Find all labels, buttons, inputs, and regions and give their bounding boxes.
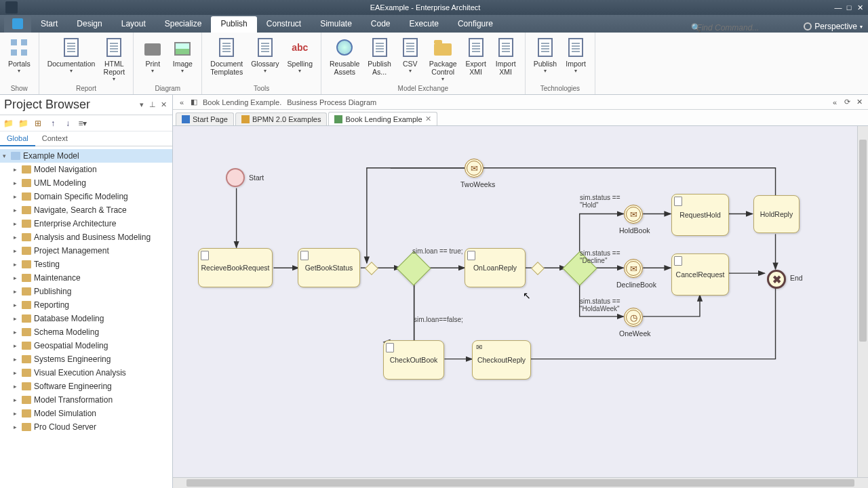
nav-diagram-button[interactable]: ◧ (188, 98, 200, 106)
ribbon-document-templates-button[interactable]: DocumentTemplates (206, 35, 247, 77)
ribbon-html-report-button[interactable]: HTMLReport▾ (99, 35, 129, 83)
tree-item[interactable]: ▸Database Modeling (0, 312, 172, 325)
doc-tab-bpmn-2-0-examples[interactable]: BPMN 2.0 Examples (235, 113, 327, 125)
ribbon-documentation-button[interactable]: Documentation▾ (43, 35, 100, 75)
bpmn-end-event[interactable]: ✖ (767, 270, 786, 289)
new-package-button[interactable]: 📁 (3, 118, 14, 129)
ribbon-publish-button[interactable]: Publish▾ (530, 35, 561, 75)
bpmn-canvas[interactable]: Start RecieveBookRequest GetBookStatus O… (173, 126, 868, 477)
hamburger-menu-button[interactable]: ≡▾ (77, 118, 88, 129)
close-icon[interactable]: ✕ (425, 115, 431, 123)
doc-tab-start-page[interactable]: Start Page (176, 113, 234, 125)
menu-tab-code[interactable]: Code (361, 16, 400, 33)
event-two-weeks[interactable]: ✉ (465, 159, 484, 178)
ribbon-reusable-assets-button[interactable]: ReusableAssets (326, 35, 363, 77)
tree-item[interactable]: ▸Schema Modeling (0, 325, 172, 339)
ribbon-import-button[interactable]: Import▾ (561, 35, 591, 75)
task-request-hold[interactable]: RequestHold (671, 194, 729, 236)
ribbon-print-button[interactable]: Print▾ (138, 35, 167, 75)
task-recieve-book-request[interactable]: RecieveBookRequest (198, 248, 273, 287)
new-element-button[interactable]: ⊞ (33, 118, 43, 129)
nav-fwd-button[interactable]: ⟳ (841, 98, 853, 106)
file-menu-button[interactable] (4, 15, 31, 33)
minimize-button[interactable]: — (833, 3, 844, 12)
gear-icon (804, 22, 812, 30)
tree-item[interactable]: ▸Systems Engineering (0, 352, 172, 366)
nav-prev-button[interactable]: « (829, 98, 841, 106)
nav-close-button[interactable]: ✕ (853, 98, 865, 106)
event-decline-book[interactable]: ✉ (624, 259, 643, 278)
horizontal-scrollbar[interactable] (173, 477, 868, 488)
tree-item[interactable]: ▸Enterprise Architecture (0, 217, 172, 230)
ribbon-group-label: Report (39, 83, 134, 94)
perspective-button[interactable]: Perspective ▾ (798, 20, 868, 33)
task-cancel-request[interactable]: CancelRequest (671, 253, 729, 296)
tree-item[interactable]: ▸Publishing (0, 285, 172, 298)
ribbon-image-button[interactable]: Image▾ (167, 35, 197, 75)
new-diagram-button[interactable]: 📁 (18, 118, 28, 129)
tree-item[interactable]: ▸Navigate, Search & Trace (0, 203, 172, 217)
event-one-week[interactable]: ◷ (624, 308, 643, 327)
ribbon-package-control-button[interactable]: PackageControl▾ (425, 35, 461, 83)
tree-item[interactable]: ▸Model Navigation (0, 163, 172, 176)
nav-back-button[interactable]: « (176, 98, 188, 106)
tree-item[interactable]: ▸Reporting (0, 298, 172, 312)
browser-tab-context[interactable]: Context (35, 131, 75, 146)
ribbon-publish-as--button[interactable]: PublishAs... (363, 35, 395, 77)
move-up-button[interactable]: ↑ (47, 118, 58, 129)
breadcrumb-0[interactable]: Book Lending Example. (200, 98, 284, 106)
menu-tab-publish[interactable]: Publish (211, 16, 256, 33)
task-onloan-reply[interactable]: OnLoanReply (465, 248, 526, 287)
menu-tab-start[interactable]: Start (31, 16, 67, 33)
gateway-loan[interactable] (397, 251, 431, 286)
bpmn-start-event[interactable] (226, 168, 245, 187)
close-window-button[interactable]: ✕ (854, 3, 865, 12)
menu-tab-configure[interactable]: Configure (448, 16, 502, 33)
doc-tab-book-lending-example[interactable]: Book Lending Example✕ (328, 112, 437, 125)
vertical-scrollbar[interactable] (857, 126, 868, 477)
menu-tab-execute[interactable]: Execute (400, 16, 448, 33)
ribbon-spelling-button[interactable]: abcSpelling▾ (283, 35, 317, 75)
task-checkout-reply[interactable]: CheckoutReply (472, 340, 531, 380)
menu-tab-specialize[interactable]: Specialize (155, 16, 212, 33)
menu-tab-design[interactable]: Design (67, 16, 111, 33)
tree-item[interactable]: ▸Project Management (0, 244, 172, 258)
menu-tab-layout[interactable]: Layout (112, 16, 155, 33)
move-down-button[interactable]: ↓ (62, 118, 73, 129)
tree-item[interactable]: ▸Domain Specific Modeling (0, 190, 172, 203)
gateway-small-1[interactable] (365, 262, 378, 275)
ribbon-import-xmi-button[interactable]: ImportXMI (491, 35, 521, 77)
task-hold-reply[interactable]: HoldReply (753, 195, 800, 233)
breadcrumb-1[interactable]: Business Process Diagram (284, 98, 379, 106)
panel-pin-button[interactable]: ⊥ (148, 100, 157, 109)
ribbon-export-xmi-button[interactable]: ExportXMI (461, 35, 491, 77)
ribbon-csv-button[interactable]: CSV▾ (395, 35, 425, 75)
panel-dropdown-button[interactable]: ▾ (137, 100, 146, 109)
tree-item[interactable]: ▸Maintenance (0, 271, 172, 285)
tree-item[interactable]: ▸Pro Cloud Server (0, 420, 172, 434)
menu-tab-simulate[interactable]: Simulate (311, 16, 361, 33)
tree-root[interactable]: ▾Example Model (0, 149, 172, 163)
print-icon (142, 37, 163, 58)
browser-tab-global[interactable]: Global (0, 131, 35, 146)
ribbon-portals-button[interactable]: Portals▾ (4, 35, 35, 75)
task-get-book-status[interactable]: GetBookStatus (298, 248, 360, 287)
tree-item[interactable]: ▸Model Transformation (0, 393, 172, 407)
tree-item[interactable]: ▸UML Modeling (0, 176, 172, 190)
tree-item[interactable]: ▸Geospatial Modeling (0, 339, 172, 352)
ribbon-glossary-button[interactable]: Glossary▾ (247, 35, 283, 75)
panel-close-button[interactable]: ✕ (159, 100, 168, 109)
tree-item[interactable]: ▸Analysis and Business Modeling (0, 230, 172, 244)
gateway-small-2[interactable] (531, 262, 545, 275)
ribbon: Portals▾ShowDocumentation▾HTMLReport▾Rep… (0, 33, 868, 95)
tree-item[interactable]: ▸Visual Execution Analysis (0, 366, 172, 380)
tree-item[interactable]: ▸Testing (0, 258, 172, 271)
project-tree[interactable]: ▾Example Model▸Model Navigation▸UML Mode… (0, 146, 172, 488)
find-command-input[interactable] (696, 23, 798, 33)
task-checkout-book[interactable]: CheckOutBook (383, 340, 444, 380)
tree-item[interactable]: ▸Model Simulation (0, 407, 172, 420)
menu-tab-construct[interactable]: Construct (257, 16, 311, 33)
tree-item[interactable]: ▸Software Engineering (0, 380, 172, 393)
event-hold-book[interactable]: ✉ (624, 205, 643, 224)
maximize-button[interactable]: □ (844, 3, 854, 12)
